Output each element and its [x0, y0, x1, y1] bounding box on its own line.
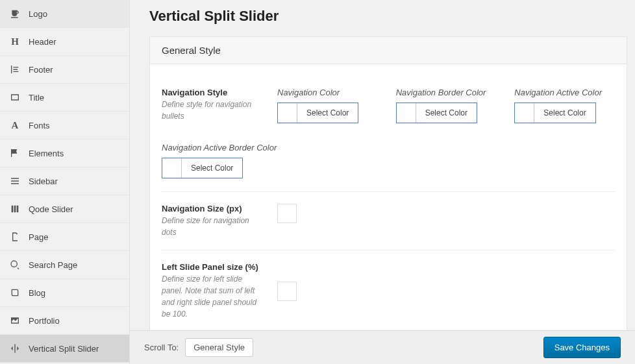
- sidebar: Logo H Header Footer Title A Fonts: [0, 0, 130, 364]
- field-hint: Define size for navigation dots: [162, 215, 259, 238]
- sidebar-item-vertical-split-slider[interactable]: Vertical Split Slider: [0, 335, 129, 363]
- sidebar-item-label: Title: [29, 93, 44, 103]
- sidebar-item-page[interactable]: Page: [0, 223, 129, 251]
- left-panel-size-input[interactable]: [277, 282, 297, 301]
- panel-general-style: General Style Navigation Style Define st…: [149, 36, 627, 364]
- navigation-active-border-color-button[interactable]: Select Color: [162, 158, 243, 178]
- sidebar-item-label: Elements: [29, 149, 64, 158]
- save-changes-button[interactable]: Save Changes: [543, 337, 621, 358]
- search-icon: [9, 259, 21, 271]
- sidebar-item-qode-slider[interactable]: Qode Slider: [0, 195, 129, 223]
- field-label: Navigation Style: [162, 88, 259, 97]
- color-swatch: [515, 103, 534, 123]
- sidebar-item-label: Search Page: [29, 260, 77, 270]
- color-button-text: Select Color: [297, 103, 358, 123]
- sidebar-item-footer[interactable]: Footer: [0, 56, 129, 84]
- navigation-color-button[interactable]: Select Color: [277, 103, 358, 123]
- bars-icon: [9, 175, 21, 187]
- color-swatch: [162, 158, 182, 178]
- sidebar-item-label: Page: [29, 232, 48, 242]
- field-hint: Define size for left slide panel. Note t…: [162, 273, 259, 320]
- slider-icon: [9, 203, 21, 215]
- scroll-to-select[interactable]: General Style: [185, 338, 253, 357]
- sidebar-item-portfolio[interactable]: Portfolio: [0, 307, 129, 335]
- header-icon: H: [9, 36, 21, 47]
- sidebar-item-header[interactable]: H Header: [0, 28, 129, 56]
- sidebar-item-search-page[interactable]: Search Page: [0, 251, 129, 279]
- field-label: Navigation Border Color: [396, 88, 497, 97]
- sidebar-item-label: Header: [29, 37, 56, 47]
- sidebar-item-elements[interactable]: Elements: [0, 140, 129, 167]
- sidebar-item-label: Fonts: [29, 121, 50, 130]
- sidebar-item-label: Qode Slider: [29, 204, 73, 214]
- blog-icon: [9, 287, 21, 298]
- sidebar-item-label: Footer: [29, 65, 53, 75]
- navigation-size-input[interactable]: [277, 204, 297, 223]
- page-icon: [9, 231, 21, 243]
- row-navigation-size: Navigation Size (px) Define size for nav…: [162, 192, 615, 250]
- color-button-text: Select Color: [534, 103, 595, 123]
- field-label: Navigation Active Color: [514, 88, 615, 97]
- sidebar-item-title[interactable]: Title: [0, 84, 129, 112]
- color-button-text: Select Color: [182, 158, 242, 178]
- vertical-split-icon: [9, 343, 21, 354]
- font-icon: A: [9, 119, 21, 131]
- content-area: Vertical Split Slider General Style Navi…: [130, 0, 635, 364]
- color-button-text: Select Color: [416, 103, 477, 123]
- field-label: Left Slide Panel size (%): [162, 262, 259, 272]
- field-label: Navigation Size (px): [162, 204, 259, 213]
- color-swatch: [397, 103, 416, 123]
- sidebar-item-label: Vertical Split Slider: [29, 344, 99, 354]
- scroll-to-group: Scroll To: General Style: [144, 338, 253, 357]
- sidebar-item-label: Logo: [29, 9, 47, 19]
- row-navigation-style: Navigation Style Define style for naviga…: [162, 76, 615, 192]
- field-hint: Define style for navigation bullets: [162, 99, 259, 122]
- sidebar-item-label: Sidebar: [29, 176, 58, 186]
- scroll-to-label: Scroll To:: [144, 343, 179, 352]
- flag-icon: [9, 147, 21, 159]
- footer-bar: Scroll To: General Style Save Changes: [130, 330, 635, 364]
- title-icon: [9, 91, 21, 103]
- sidebar-item-label: Blog: [29, 288, 45, 298]
- footer-icon: [9, 64, 21, 75]
- row-left-slide-panel-size: Left Slide Panel size (%) Define size fo…: [162, 250, 615, 332]
- sidebar-item-label: Portfolio: [29, 316, 60, 326]
- portfolio-icon: [9, 315, 21, 326]
- sidebar-item-fonts[interactable]: A Fonts: [0, 112, 129, 140]
- field-label: Navigation Color: [277, 88, 378, 97]
- sidebar-item-blog[interactable]: Blog: [0, 279, 129, 307]
- navigation-border-color-button[interactable]: Select Color: [396, 103, 477, 123]
- sidebar-item-logo[interactable]: Logo: [0, 0, 129, 28]
- page-title: Vertical Split Slider: [130, 0, 635, 36]
- panel-header: General Style: [150, 37, 627, 64]
- navigation-active-color-button[interactable]: Select Color: [514, 103, 595, 123]
- color-swatch: [278, 103, 297, 123]
- field-label: Navigation Active Border Color: [162, 143, 615, 152]
- cup-icon: [9, 8, 21, 19]
- sidebar-item-sidebar[interactable]: Sidebar: [0, 167, 129, 195]
